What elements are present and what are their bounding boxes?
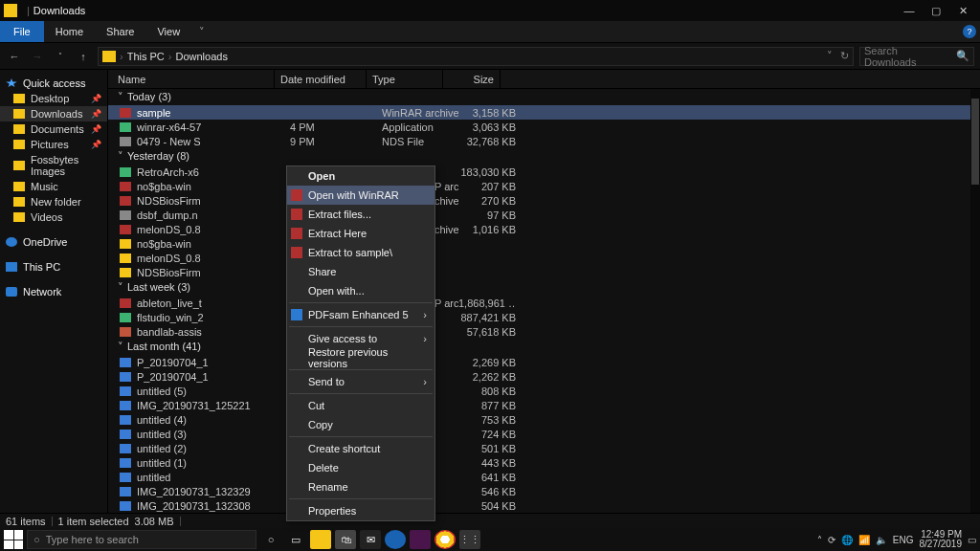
file-row[interactable]: no$gba-winPMFile folder [108, 236, 980, 251]
sidebar-quick-access[interactable]: Quick access [0, 76, 107, 91]
tab-share[interactable]: Share [95, 21, 145, 42]
context-menu-item[interactable]: Restore previous versions [287, 348, 434, 367]
column-date[interactable]: Date modified [275, 70, 367, 88]
file-row[interactable]: untitled (5)7/31/2019 4:33 PMJPG File808… [108, 384, 980, 398]
sidebar-item[interactable]: Fossbytes Images [0, 152, 107, 179]
file-row[interactable]: melonDS_0.8PMWinRAR archive1,016 KB [108, 222, 980, 236]
tray-sync-icon[interactable]: ⟳ [828, 535, 835, 545]
nav-forward-button[interactable]: → [29, 51, 46, 62]
file-row[interactable]: winrar-x64-574 PMApplication3,063 KB [108, 120, 980, 134]
file-group-header[interactable]: ˅Last week (3) [108, 279, 980, 296]
file-row[interactable]: IMG_20190731_1323297/31/2019 4:18 PMJPG … [108, 484, 980, 498]
sidebar-item[interactable]: Documents📌 [0, 121, 107, 137]
address-dropdown-button[interactable]: ˅ [827, 50, 833, 62]
tray-volume-icon[interactable]: 🔈 [876, 535, 887, 545]
column-name[interactable]: Name [112, 70, 275, 88]
tray-globe-icon[interactable]: 🌐 [841, 535, 853, 545]
file-row[interactable]: untitled (4)7/31/2019 4:25 PMJPG File753… [108, 412, 980, 427]
context-menu-item[interactable]: Cut [287, 396, 434, 415]
nav-up-button[interactable]: ↑ [75, 51, 92, 62]
taskbar-store[interactable]: 🛍 [335, 530, 356, 549]
context-menu-item[interactable]: Open [287, 166, 434, 186]
tray-language[interactable]: ENG [893, 535, 914, 545]
context-menu-item[interactable]: Give access to› [287, 329, 434, 348]
task-view-button[interactable]: ▭ [285, 530, 306, 549]
tray-wifi-icon[interactable]: 📶 [858, 535, 870, 545]
context-menu-item[interactable]: Share [287, 262, 434, 281]
file-row[interactable]: IMG_20190731_1323087/31/2019 4:18 PMJPG … [108, 498, 980, 513]
file-row[interactable]: untitled (3)7/31/2019 4:24 PMJPG File724… [108, 427, 980, 441]
file-row[interactable]: no$gba-winPMWinRAR ZIP archive207 KB [108, 179, 980, 193]
column-size[interactable]: Size [443, 70, 501, 88]
context-menu-item[interactable]: PDFsam Enhanced 5› [287, 305, 434, 324]
help-button[interactable]: ? [959, 21, 980, 42]
sidebar-item[interactable]: Music [0, 179, 107, 194]
taskbar-slack[interactable] [410, 530, 431, 549]
start-button[interactable] [4, 530, 23, 549]
file-group-header[interactable]: ˅Yesterday (8) [108, 148, 980, 165]
notification-center-button[interactable]: ▭ [968, 535, 976, 545]
column-type[interactable]: Type [367, 70, 443, 88]
breadcrumb[interactable]: › This PC › Downloads ˅ ↻ [98, 47, 854, 66]
context-menu-item[interactable]: Extract to sample\ [287, 243, 434, 262]
context-menu-item[interactable]: Open with WinRAR [287, 186, 434, 205]
sidebar-item[interactable]: Downloads📌 [0, 106, 107, 121]
nav-back-button[interactable]: ← [6, 51, 23, 62]
file-row[interactable]: NDSBiosFirmPMFile folder [108, 265, 980, 279]
context-menu-item[interactable]: Extract files... [287, 205, 434, 224]
file-row[interactable]: untitled7/31/2019 4:22 PMJPG File641 KB [108, 470, 980, 484]
file-row[interactable]: P_20190704_1PMJPG File2,262 KB [108, 369, 980, 384]
context-menu-item[interactable]: Properties [287, 501, 434, 520]
sidebar-item[interactable]: Videos [0, 209, 107, 225]
sidebar-this-pc[interactable]: This PC [0, 259, 107, 275]
context-menu-item[interactable]: Send to› [287, 372, 434, 391]
context-menu-item[interactable]: Open with... [287, 281, 434, 300]
tab-file[interactable]: File [0, 21, 44, 42]
taskbar-clock[interactable]: 12:49 PM 8/27/2019 [920, 530, 963, 549]
breadcrumb-segment[interactable]: Downloads [175, 51, 227, 62]
sidebar-onedrive[interactable]: OneDrive [0, 234, 107, 250]
file-row[interactable]: flstudio_win_2PMApplication887,421 KB [108, 310, 980, 324]
file-row[interactable]: untitled (1)7/31/2019 4:23 PMJPG File443… [108, 455, 980, 470]
context-menu-item[interactable]: Rename [287, 477, 434, 496]
system-tray[interactable]: ˄ ⟳ 🌐 📶 🔈 ENG 12:49 PM 8/27/2019 ▭ [817, 530, 976, 549]
context-menu-item[interactable]: Delete [287, 458, 434, 477]
file-group-header[interactable]: ˅Today (3) [108, 89, 980, 105]
scrollbar-thumb[interactable] [971, 99, 979, 185]
context-menu-item[interactable]: Extract Here [287, 224, 434, 243]
file-row[interactable]: sampleWinRAR archive3,158 KB [108, 105, 980, 120]
tab-view[interactable]: View [145, 21, 191, 42]
minimize-button[interactable]: — [896, 0, 923, 21]
file-row[interactable]: bandlab-assisPMApplication57,618 KB [108, 324, 980, 339]
taskbar-edge[interactable] [385, 530, 406, 549]
breadcrumb-segment[interactable]: This PC [127, 51, 165, 62]
cortana-button[interactable]: ○ [260, 530, 281, 549]
file-row[interactable]: melonDS_0.8PMFile folder [108, 251, 980, 265]
maximize-button[interactable]: ▢ [923, 0, 949, 21]
file-group-header[interactable]: ˅Last month (41) [108, 339, 980, 355]
taskbar-chrome[interactable] [434, 530, 456, 549]
sidebar-item[interactable]: New folder [0, 194, 107, 209]
tab-home[interactable]: Home [44, 21, 95, 42]
file-row[interactable]: NDSBiosFirmPMWinRAR archive270 KB [108, 193, 980, 208]
file-row[interactable]: 0479 - New S9 PMNDS File32,768 KB [108, 134, 980, 148]
nav-recent-button[interactable]: ˅ [52, 52, 69, 60]
taskbar-mail[interactable]: ✉ [360, 530, 381, 549]
file-row[interactable]: dsbf_dump.nPMNDS File97 KB [108, 208, 980, 222]
search-input[interactable]: Search Downloads 🔍 [859, 47, 974, 66]
file-row[interactable]: P_20190704_1PMJPG File2,269 KB [108, 355, 980, 369]
context-menu-item[interactable]: Create shortcut [287, 439, 434, 458]
file-row[interactable]: untitled (2)7/31/2019 4:24 PMJPG File501… [108, 441, 980, 455]
ribbon-collapse-button[interactable]: ˅ [191, 21, 212, 42]
context-menu-item[interactable]: Copy [287, 415, 434, 434]
sidebar-item[interactable]: Pictures📌 [0, 137, 107, 152]
sidebar-item[interactable]: Desktop📌 [0, 91, 107, 106]
refresh-button[interactable]: ↻ [840, 50, 849, 62]
file-row[interactable]: RetroArch-x6Application183,030 KB [108, 165, 980, 179]
taskbar-search[interactable]: ○ Type here to search [27, 530, 256, 549]
file-row[interactable]: IMG_20190731_1252217/31/2019 4:32 PMJPG … [108, 398, 980, 412]
taskbar-app[interactable]: ⋮⋮ [459, 530, 480, 549]
taskbar-file-explorer[interactable] [310, 530, 331, 549]
tray-overflow-icon[interactable]: ˄ [817, 535, 822, 545]
sidebar-network[interactable]: Network [0, 284, 107, 299]
